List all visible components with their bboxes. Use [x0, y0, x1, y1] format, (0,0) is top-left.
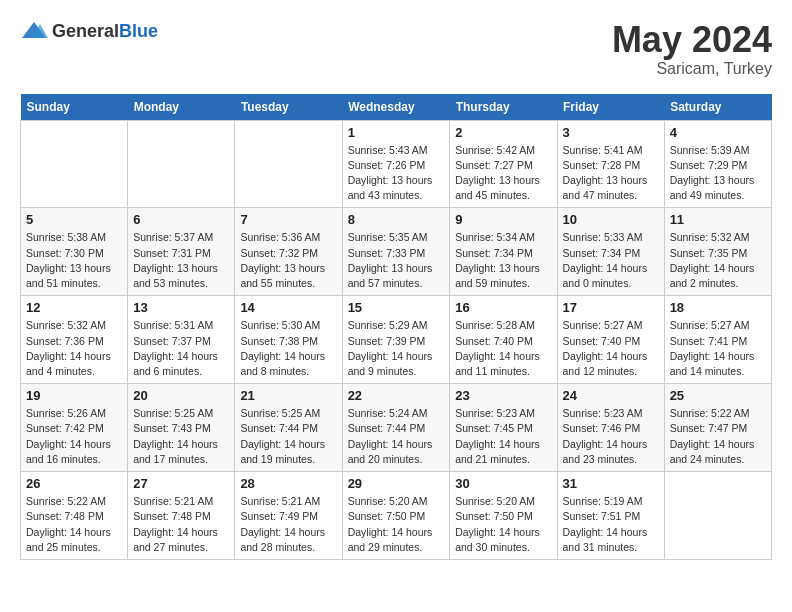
day-info: Sunrise: 5:30 AMSunset: 7:38 PMDaylight:… — [240, 318, 336, 379]
calendar-cell: 17Sunrise: 5:27 AMSunset: 7:40 PMDayligh… — [557, 296, 664, 384]
day-number: 22 — [348, 388, 445, 403]
day-number: 15 — [348, 300, 445, 315]
weekday-header: Monday — [128, 94, 235, 121]
calendar-cell: 13Sunrise: 5:31 AMSunset: 7:37 PMDayligh… — [128, 296, 235, 384]
day-info: Sunrise: 5:39 AMSunset: 7:29 PMDaylight:… — [670, 143, 766, 204]
weekday-header-row: SundayMondayTuesdayWednesdayThursdayFrid… — [21, 94, 772, 121]
page-header: GeneralBlue May 2024 Saricam, Turkey — [20, 20, 772, 78]
sunset-text: Sunset: 7:35 PM — [670, 246, 766, 261]
day-info: Sunrise: 5:34 AMSunset: 7:34 PMDaylight:… — [455, 230, 551, 291]
calendar-cell: 1Sunrise: 5:43 AMSunset: 7:26 PMDaylight… — [342, 120, 450, 208]
day-number: 28 — [240, 476, 336, 491]
day-number: 24 — [563, 388, 659, 403]
daylight-text: Daylight: 14 hours and 4 minutes. — [26, 349, 122, 379]
daylight-text: Daylight: 14 hours and 19 minutes. — [240, 437, 336, 467]
calendar-cell: 5Sunrise: 5:38 AMSunset: 7:30 PMDaylight… — [21, 208, 128, 296]
sunset-text: Sunset: 7:47 PM — [670, 421, 766, 436]
day-info: Sunrise: 5:35 AMSunset: 7:33 PMDaylight:… — [348, 230, 445, 291]
calendar-cell: 18Sunrise: 5:27 AMSunset: 7:41 PMDayligh… — [664, 296, 771, 384]
day-number: 25 — [670, 388, 766, 403]
sunrise-text: Sunrise: 5:41 AM — [563, 143, 659, 158]
day-number: 13 — [133, 300, 229, 315]
daylight-text: Daylight: 14 hours and 25 minutes. — [26, 525, 122, 555]
day-info: Sunrise: 5:41 AMSunset: 7:28 PMDaylight:… — [563, 143, 659, 204]
day-info: Sunrise: 5:37 AMSunset: 7:31 PMDaylight:… — [133, 230, 229, 291]
sunrise-text: Sunrise: 5:27 AM — [563, 318, 659, 333]
sunset-text: Sunset: 7:30 PM — [26, 246, 122, 261]
sunset-text: Sunset: 7:45 PM — [455, 421, 551, 436]
sunset-text: Sunset: 7:42 PM — [26, 421, 122, 436]
calendar-title: May 2024 — [612, 20, 772, 60]
calendar-cell: 9Sunrise: 5:34 AMSunset: 7:34 PMDaylight… — [450, 208, 557, 296]
sunrise-text: Sunrise: 5:30 AM — [240, 318, 336, 333]
day-number: 3 — [563, 125, 659, 140]
calendar-cell: 24Sunrise: 5:23 AMSunset: 7:46 PMDayligh… — [557, 384, 664, 472]
day-info: Sunrise: 5:36 AMSunset: 7:32 PMDaylight:… — [240, 230, 336, 291]
calendar-cell: 7Sunrise: 5:36 AMSunset: 7:32 PMDaylight… — [235, 208, 342, 296]
day-number: 19 — [26, 388, 122, 403]
day-info: Sunrise: 5:42 AMSunset: 7:27 PMDaylight:… — [455, 143, 551, 204]
daylight-text: Daylight: 14 hours and 20 minutes. — [348, 437, 445, 467]
day-number: 27 — [133, 476, 229, 491]
daylight-text: Daylight: 14 hours and 14 minutes. — [670, 349, 766, 379]
sunrise-text: Sunrise: 5:22 AM — [26, 494, 122, 509]
sunrise-text: Sunrise: 5:19 AM — [563, 494, 659, 509]
daylight-text: Daylight: 14 hours and 9 minutes. — [348, 349, 445, 379]
daylight-text: Daylight: 14 hours and 27 minutes. — [133, 525, 229, 555]
sunrise-text: Sunrise: 5:20 AM — [348, 494, 445, 509]
sunset-text: Sunset: 7:40 PM — [563, 334, 659, 349]
daylight-text: Daylight: 13 hours and 45 minutes. — [455, 173, 551, 203]
sunrise-text: Sunrise: 5:31 AM — [133, 318, 229, 333]
calendar-cell: 28Sunrise: 5:21 AMSunset: 7:49 PMDayligh… — [235, 472, 342, 560]
daylight-text: Daylight: 14 hours and 30 minutes. — [455, 525, 551, 555]
daylight-text: Daylight: 13 hours and 55 minutes. — [240, 261, 336, 291]
sunrise-text: Sunrise: 5:20 AM — [455, 494, 551, 509]
calendar-cell: 14Sunrise: 5:30 AMSunset: 7:38 PMDayligh… — [235, 296, 342, 384]
sunset-text: Sunset: 7:41 PM — [670, 334, 766, 349]
day-info: Sunrise: 5:23 AMSunset: 7:46 PMDaylight:… — [563, 406, 659, 467]
sunset-text: Sunset: 7:26 PM — [348, 158, 445, 173]
sunset-text: Sunset: 7:44 PM — [348, 421, 445, 436]
calendar-cell: 30Sunrise: 5:20 AMSunset: 7:50 PMDayligh… — [450, 472, 557, 560]
weekday-header: Friday — [557, 94, 664, 121]
day-number: 9 — [455, 212, 551, 227]
sunset-text: Sunset: 7:51 PM — [563, 509, 659, 524]
daylight-text: Daylight: 14 hours and 0 minutes. — [563, 261, 659, 291]
weekday-header: Sunday — [21, 94, 128, 121]
daylight-text: Daylight: 13 hours and 43 minutes. — [348, 173, 445, 203]
weekday-header: Thursday — [450, 94, 557, 121]
calendar-cell: 8Sunrise: 5:35 AMSunset: 7:33 PMDaylight… — [342, 208, 450, 296]
day-info: Sunrise: 5:27 AMSunset: 7:40 PMDaylight:… — [563, 318, 659, 379]
calendar-cell: 25Sunrise: 5:22 AMSunset: 7:47 PMDayligh… — [664, 384, 771, 472]
daylight-text: Daylight: 13 hours and 51 minutes. — [26, 261, 122, 291]
day-number: 29 — [348, 476, 445, 491]
calendar-cell: 21Sunrise: 5:25 AMSunset: 7:44 PMDayligh… — [235, 384, 342, 472]
day-number: 2 — [455, 125, 551, 140]
day-info: Sunrise: 5:19 AMSunset: 7:51 PMDaylight:… — [563, 494, 659, 555]
calendar-week-row: 19Sunrise: 5:26 AMSunset: 7:42 PMDayligh… — [21, 384, 772, 472]
day-info: Sunrise: 5:20 AMSunset: 7:50 PMDaylight:… — [348, 494, 445, 555]
day-info: Sunrise: 5:26 AMSunset: 7:42 PMDaylight:… — [26, 406, 122, 467]
sunrise-text: Sunrise: 5:22 AM — [670, 406, 766, 421]
sunrise-text: Sunrise: 5:38 AM — [26, 230, 122, 245]
daylight-text: Daylight: 14 hours and 17 minutes. — [133, 437, 229, 467]
sunset-text: Sunset: 7:37 PM — [133, 334, 229, 349]
day-info: Sunrise: 5:38 AMSunset: 7:30 PMDaylight:… — [26, 230, 122, 291]
logo: GeneralBlue — [20, 20, 158, 42]
sunrise-text: Sunrise: 5:21 AM — [133, 494, 229, 509]
calendar-cell: 12Sunrise: 5:32 AMSunset: 7:36 PMDayligh… — [21, 296, 128, 384]
calendar-week-row: 26Sunrise: 5:22 AMSunset: 7:48 PMDayligh… — [21, 472, 772, 560]
calendar-cell: 22Sunrise: 5:24 AMSunset: 7:44 PMDayligh… — [342, 384, 450, 472]
sunset-text: Sunset: 7:50 PM — [348, 509, 445, 524]
calendar-cell: 26Sunrise: 5:22 AMSunset: 7:48 PMDayligh… — [21, 472, 128, 560]
calendar-cell: 20Sunrise: 5:25 AMSunset: 7:43 PMDayligh… — [128, 384, 235, 472]
day-number: 26 — [26, 476, 122, 491]
weekday-header: Wednesday — [342, 94, 450, 121]
logo-general: General — [52, 21, 119, 41]
daylight-text: Daylight: 13 hours and 49 minutes. — [670, 173, 766, 203]
daylight-text: Daylight: 13 hours and 53 minutes. — [133, 261, 229, 291]
sunrise-text: Sunrise: 5:43 AM — [348, 143, 445, 158]
day-number: 18 — [670, 300, 766, 315]
calendar-cell — [21, 120, 128, 208]
sunrise-text: Sunrise: 5:39 AM — [670, 143, 766, 158]
